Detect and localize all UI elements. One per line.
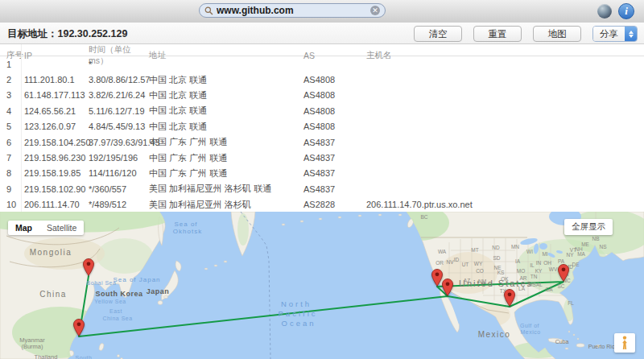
table-row[interactable]: 5 123.126.0.97 4.84/5.45/9.13 中国 北京 联通 A… <box>0 119 644 134</box>
table-row[interactable]: 2 111.201.80.1 3.80/8.86/12.57 中国 北京 联通 … <box>0 72 644 87</box>
map-marker[interactable] <box>558 264 569 282</box>
share-button[interactable]: 分享 <box>592 26 638 42</box>
map-marker[interactable] <box>431 269 443 287</box>
cell-as: AS4837 <box>303 138 366 147</box>
cell-time: */360/557 <box>89 184 149 194</box>
cell-time: 5.11/6.12/7.19 <box>89 106 149 116</box>
table-row[interactable]: 10 206.111.14.70 */489/512 美国 加利福尼亚州 洛杉矶… <box>0 197 644 212</box>
search-icon <box>204 6 213 15</box>
cell-time: 192/195/196 <box>89 153 149 163</box>
trace-table: 序号 IP 时间（单位ms） 地址 AS 主机名 1 * 2 111.201.8… <box>0 44 644 212</box>
header-host: 主机名 <box>366 50 644 61</box>
target-address: 目标地址：192.30.252.129 <box>7 27 127 41</box>
map-marker[interactable] <box>504 289 515 307</box>
search-field[interactable]: ✕ <box>199 3 386 18</box>
pegman-control[interactable] <box>614 333 635 353</box>
map-marker[interactable] <box>442 279 453 296</box>
globe-icon[interactable] <box>597 4 612 19</box>
cell-ip: 219.158.96.230 <box>24 153 89 163</box>
toolbar: ✕ i <box>0 0 644 23</box>
cell-ip: 219.158.102.90 <box>24 184 89 194</box>
cell-ip: 206.111.14.70 <box>24 200 89 209</box>
cell-time: 4.84/5.45/9.13 <box>89 122 149 131</box>
cell-as: AS4808 <box>303 122 366 131</box>
cell-ip: 123.126.0.97 <box>24 122 89 131</box>
cell-addr: 中国 北京 联通 <box>149 74 303 86</box>
cell-time: 3.82/6.21/6.24 <box>89 90 149 100</box>
map-marker[interactable] <box>83 258 94 276</box>
cell-as: AS4808 <box>303 90 366 100</box>
command-bar: 目标地址：192.30.252.129 清空 重置 地图 分享 <box>0 23 644 44</box>
search-input[interactable] <box>213 5 370 16</box>
cell-as: AS4837 <box>303 184 366 194</box>
traceroute-app-window: ✕ i 目标地址：192.30.252.129 清空 重置 地图 分享 序号 I… <box>0 0 644 359</box>
cell-as: AS4808 <box>303 75 366 85</box>
header-addr: 地址 <box>149 50 303 61</box>
target-ip: 192.30.252.129 <box>58 28 128 39</box>
cell-as: AS4837 <box>303 153 366 163</box>
table-row[interactable]: 4 124.65.56.21 5.11/6.12/7.19 中国 北京 联通 A… <box>0 103 644 118</box>
table-row[interactable]: 8 219.158.19.85 114/116/120 中国 广东 广州 联通 … <box>0 166 644 181</box>
pegman-icon <box>621 336 629 350</box>
cell-addr: 中国 北京 联通 <box>149 89 303 101</box>
map-type-control[interactable]: Map Satellite <box>8 221 84 235</box>
cell-addr: 美国 加利福尼亚州 洛杉矶 <box>149 199 303 211</box>
info-button[interactable]: i <box>618 3 634 19</box>
target-address-label: 目标地址： <box>7 28 58 39</box>
fullscreen-button[interactable]: 全屏显示 <box>564 219 613 235</box>
cell-addr: 中国 北京 联通 <box>149 105 303 117</box>
table-row[interactable]: 3 61.148.177.113 3.82/6.21/6.24 中国 北京 联通… <box>0 88 644 103</box>
cell-as: AS2828 <box>303 200 366 209</box>
cell-host: 206.111.14.70.ptr.us.xo.net <box>366 200 644 209</box>
table-row[interactable]: 6 219.158.104.250 37.97/39.63/91.43 中国 广… <box>0 134 644 150</box>
map-button[interactable]: 地图 <box>533 26 581 42</box>
cell-addr: 中国 广东 广州 联通 <box>149 167 303 180</box>
clear-button[interactable]: 清空 <box>414 26 462 42</box>
route-map[interactable]: Sea ofOkhotskSea of JapanBohai SeaYellow… <box>0 212 644 359</box>
map-type-map-button[interactable]: Map <box>8 221 39 235</box>
cell-time: 3.80/8.86/12.57 <box>89 75 149 85</box>
cell-ip: 219.158.104.250 <box>24 138 89 147</box>
cell-time: 114/116/120 <box>89 168 149 178</box>
clear-search-icon[interactable]: ✕ <box>370 6 380 15</box>
cell-as: AS4837 <box>303 168 366 178</box>
map-type-satellite-button[interactable]: Satellite <box>39 221 84 235</box>
cell-time: 37.97/39.63/91.43 <box>89 138 149 147</box>
cell-ip: 111.201.80.1 <box>24 75 89 85</box>
cell-time: */489/512 <box>89 200 149 209</box>
share-dropdown-icon[interactable] <box>625 27 637 41</box>
cell-ip: 61.148.177.113 <box>24 90 89 100</box>
reset-button[interactable]: 重置 <box>473 26 522 42</box>
header-ip: IP <box>24 51 89 60</box>
share-button-label[interactable]: 分享 <box>593 27 625 41</box>
table-row[interactable]: 7 219.158.96.230 192/195/196 中国 广东 广州 联通… <box>0 150 644 165</box>
cell-ip: 219.158.19.85 <box>24 168 89 178</box>
header-as: AS <box>303 51 366 60</box>
cell-ip: 124.65.56.21 <box>24 106 89 116</box>
cell-time: * <box>89 60 149 69</box>
cell-addr: 美国 加利福尼亚州 洛杉矶 联通 <box>149 183 303 195</box>
cell-addr: 中国 广东 广州 联通 <box>149 152 303 164</box>
table-header-row: 序号 IP 时间（单位ms） 地址 AS 主机名 <box>0 44 644 56</box>
cell-addr: 中国 广东 广州 联通 <box>149 136 303 148</box>
column-separator <box>21 44 22 212</box>
map-marker[interactable] <box>73 319 85 336</box>
cell-as: AS4808 <box>303 106 366 116</box>
cell-addr: 中国 北京 联通 <box>149 121 303 133</box>
table-row[interactable]: 9 219.158.102.90 */360/557 美国 加利福尼亚州 洛杉矶… <box>0 181 644 196</box>
map-canvas <box>0 212 644 359</box>
